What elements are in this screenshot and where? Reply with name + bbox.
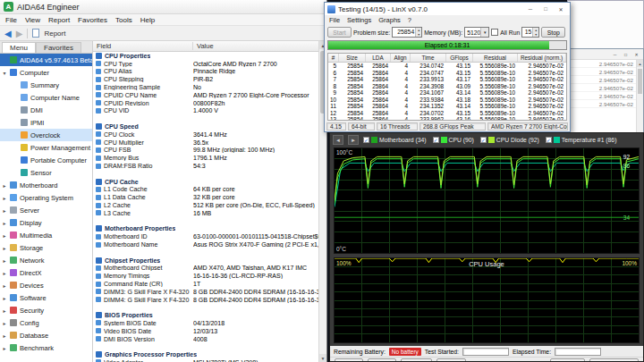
value-column-header[interactable]: Value (193, 42, 214, 50)
stepper-arrows-icon[interactable]: ▴▾ (532, 28, 538, 37)
tree-expand-icon[interactable]: ▸ (2, 195, 7, 201)
sidebar-item-network[interactable]: ▸Network (0, 254, 92, 266)
aida-menu-report[interactable]: Report (48, 16, 70, 24)
sidebar-item-portable-computer[interactable]: Portable Computer (0, 154, 92, 166)
stability-preferences-button[interactable]: Preferences (589, 358, 639, 362)
column-header-time[interactable]: Time (411, 54, 446, 62)
sidebar-item-benchmark[interactable]: ▸Benchmark (0, 341, 92, 354)
field-row-cpuid-revision[interactable]: CPUID Revision00800F82h (93, 99, 318, 107)
tree-expand-icon[interactable]: ▸ (2, 282, 7, 289)
tree-expand-icon[interactable]: ▸ (2, 345, 7, 351)
field-row-system-bios-date[interactable]: System BIOS Date04/13/2018 (93, 319, 318, 327)
tree-expand-icon[interactable]: ▸ (2, 333, 7, 339)
aida-menu-help[interactable]: Help (140, 16, 155, 24)
field-row-command-rate-cr[interactable]: Command Rate (CR)1T (93, 280, 318, 288)
field-row-cpu-fsb[interactable]: CPU FSB99.8 MHz (original: 100 MHz) (93, 147, 318, 155)
tree-expand-icon[interactable]: ▾ (2, 70, 7, 76)
back-icon[interactable]: ◀ (4, 29, 12, 38)
section-row-cpu-cache[interactable]: CPU Cache (93, 178, 318, 186)
maximize-icon[interactable]: □ (621, 50, 631, 58)
sidebar-item-computer[interactable]: ▾Computer (0, 66, 92, 79)
section-row-graphics-processor-properties[interactable]: Graphics Processor Properties (93, 350, 318, 358)
sidebar-item-server[interactable]: ▸Server (0, 204, 92, 216)
tree-expand-icon[interactable]: ▸ (2, 182, 7, 189)
legend-prev-icon[interactable]: ◄ (333, 135, 343, 145)
sidebar-item-overclock[interactable]: Overclock (0, 129, 92, 141)
stability-save-button[interactable]: Save (436, 358, 467, 362)
minimize-icon[interactable]: ─ (524, 4, 537, 13)
run-count-stepper[interactable]: 15 ▴▾ (521, 27, 539, 38)
section-row-motherboard-properties[interactable]: Motherboard Properties (93, 225, 318, 233)
section-row-cpu-speed[interactable]: CPU Speed (93, 122, 318, 130)
linx-menu-settings[interactable]: Settings (347, 16, 371, 24)
aida-menu-file[interactable]: File (5, 16, 17, 24)
field-row-memory-bus[interactable]: Memory Bus1796.1 MHz (93, 154, 318, 162)
sidebar-item-config[interactable]: ▸Config (0, 316, 92, 329)
sidebar-item-operating-system[interactable]: ▸Operating System (0, 191, 92, 204)
field-row-l2-cache[interactable]: L2 Cache512 KB per core (On-Die, ECC, Fu… (93, 201, 318, 209)
sidebar-item-devices[interactable]: ▸Devices (0, 279, 92, 291)
sidebar-item-computer-name[interactable]: Computer Name (0, 91, 92, 104)
aida-menu-favorites[interactable]: Favorites (78, 16, 107, 24)
sidebar-item-software[interactable]: ▸Software (0, 291, 92, 304)
field-row-motherboard-id[interactable]: Motherboard ID63-0100-000001-00101115-04… (93, 232, 318, 240)
maximize-icon[interactable]: □ (539, 4, 552, 13)
tab-favorites[interactable]: Favorites (36, 42, 81, 53)
memory-select[interactable]: 5120 ▾ (464, 27, 489, 38)
sidebar-item-sensor[interactable]: Sensor (0, 166, 92, 179)
linx-menu-file[interactable]: File (329, 16, 340, 24)
linx-menu-help[interactable]: ? (408, 16, 411, 24)
field-row-motherboard-chipset[interactable]: Motherboard ChipsetAMD X470, AMD Taishan… (93, 265, 318, 273)
tree-expand-icon[interactable]: ▸ (2, 245, 7, 251)
field-row-cpu-vid[interactable]: CPU VID1.4000 V (93, 107, 318, 115)
report-button[interactable]: Report (44, 29, 65, 38)
tree-expand-icon[interactable]: ▸ (2, 220, 7, 226)
sidebar-item-dmi[interactable]: DMI (0, 104, 92, 116)
tab-menu[interactable]: Menu (2, 42, 36, 53)
section-row-bios-properties[interactable]: BIOS Properties (93, 311, 318, 319)
legend-checkbox[interactable]: ✓ (480, 137, 487, 143)
stability-start-button[interactable]: Start (335, 358, 363, 362)
chevron-down-icon[interactable]: ▾ (480, 28, 488, 37)
linx-menu-graphs[interactable]: Graphs (378, 16, 401, 24)
field-row-cpu-multiplier[interactable]: CPU Multiplier36.5x (93, 139, 318, 147)
aida-menu-tools[interactable]: Tools (115, 16, 132, 24)
sidebar-item-ipmi[interactable]: IPMI (0, 116, 92, 129)
aida-menu-view[interactable]: View (25, 16, 40, 24)
field-row-dimm3-g-skill-flare-x-f4-320[interactable]: DIMM3: G Skill Flare X F4-3208 GB DDR4-2… (93, 288, 318, 296)
all-checkbox[interactable] (491, 29, 498, 36)
scrollbar-thumb[interactable] (638, 69, 642, 94)
section-row-chipset-properties[interactable]: Chipset Properties (93, 257, 318, 265)
column-header-residual[interactable]: Residual (473, 54, 518, 62)
column-header-lda[interactable]: LDA (366, 54, 391, 62)
legend-checkbox[interactable]: ✓ (433, 137, 439, 143)
problem-size-stepper[interactable]: 25854 ▴▾ (392, 27, 422, 38)
field-row-cpu-type[interactable]: CPU TypeOctalCore AMD Ryzen 7 2700 (93, 60, 318, 68)
tree-expand-icon[interactable]: ▸ (2, 270, 7, 276)
sidebar-item-storage[interactable]: ▸Storage (0, 241, 92, 254)
sidebar-item-directx[interactable]: ▸DirectX (0, 266, 92, 279)
field-row-engineering-sample[interactable]: Engineering SampleNo (93, 83, 318, 91)
field-row-l1-data-cache[interactable]: L1 Data Cache32 KB per core (93, 193, 318, 201)
section-row-cpu-properties[interactable]: CPU Properties (93, 52, 318, 60)
sidebar-item-security[interactable]: ▸Security (0, 304, 92, 316)
close-icon[interactable]: ✕ (631, 50, 641, 58)
scroll-up-icon[interactable]: ▲ (637, 60, 643, 67)
field-row-l1-code-cache[interactable]: L1 Code Cache64 KB per core (93, 186, 318, 194)
field-row-motherboard-name[interactable]: Motherboard NameAsus ROG Strix X470-F Ga… (93, 240, 318, 248)
tree-expand-icon[interactable]: ▸ (2, 320, 7, 326)
field-row-video-bios-date[interactable]: Video BIOS Date12/03/13 (93, 327, 318, 335)
stability-clear-button[interactable]: Clear (401, 358, 431, 362)
field-row-memory-timings[interactable]: Memory Timings16-16-16-36 (CL-RCD-RP-RAS… (93, 272, 318, 280)
sidebar-item-summary[interactable]: Summary (0, 79, 92, 91)
field-row-cpu-clock[interactable]: CPU Clock3641.4 MHz (93, 130, 318, 139)
minimize-icon[interactable]: ─ (610, 50, 620, 58)
field-row-video-adapter[interactable]: Video AdapterMSI N780Ti (MS-V298) (93, 358, 318, 362)
stability-stop-button[interactable]: Stop (368, 358, 396, 362)
field-row-cpuid-cpu-name[interactable]: CPUID CPU NameAMD Ryzen 7 2700 Eight-Cor… (93, 91, 318, 99)
tree-expand-icon[interactable]: ▸ (2, 232, 7, 239)
column-header-residual-norm[interactable]: Residual (norm.) (518, 54, 566, 62)
sidebar-item-multimedia[interactable]: ▸Multimedia (0, 229, 92, 241)
tree-expand-icon[interactable]: ▸ (2, 207, 7, 214)
forward-icon[interactable]: ▶ (16, 29, 23, 38)
